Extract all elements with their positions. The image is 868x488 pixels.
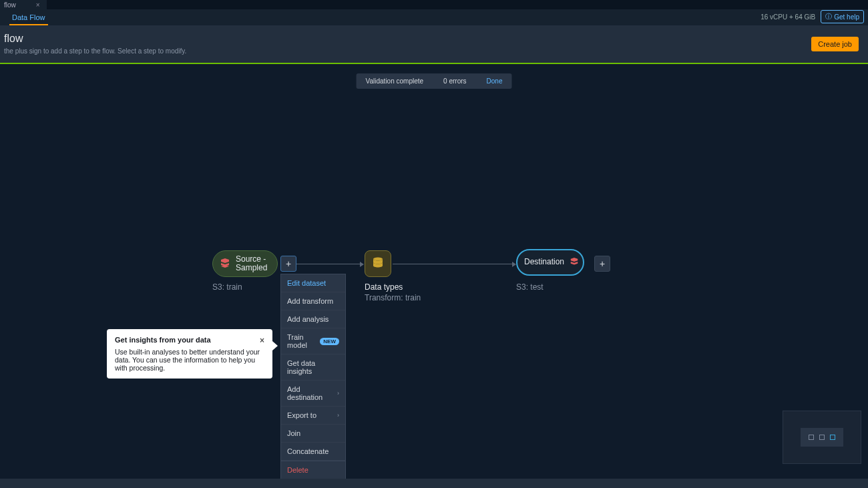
tab-data-flow[interactable]: Data Flow [9,11,48,25]
bottom-bar [0,479,868,488]
context-menu: Edit dataset Add transform Add analysis … [280,274,346,480]
add-step-button-2[interactable]: + [594,256,610,272]
header-left: flow the plus sign to add a step to the … [4,33,186,55]
node-source[interactable]: Source - Sampled [212,250,278,277]
minimap[interactable] [783,411,861,464]
minimap-node [830,435,835,440]
menu-join[interactable]: Join [281,425,345,443]
node-types-sub: Transform: train [365,293,421,302]
minimap-node [809,435,814,440]
tooltip-header: Get insights from your data × [115,336,264,345]
menu-delete[interactable]: Delete [281,461,345,479]
plus-icon: + [600,258,605,269]
chevron-right-icon: › [337,412,339,419]
menu-edit-dataset[interactable]: Edit dataset [281,274,345,292]
tab-label: flow [4,1,16,9]
menu-get-insights[interactable]: Get data insights [281,354,345,381]
node-dest-label: Destination [524,258,564,266]
menu-concatenate[interactable]: Concatenate [281,443,345,461]
menu-add-transform[interactable]: Add transform [281,292,345,310]
menu-add-destination[interactable]: Add destination › [281,381,345,407]
add-step-button-1[interactable]: + [280,256,296,272]
minimap-inner [801,428,843,447]
menu-train-model[interactable]: Train model NEW [281,328,345,354]
node-data-types[interactable] [365,250,391,277]
get-help-button[interactable]: ⓘ Get help [821,10,864,23]
close-icon[interactable]: × [260,336,264,345]
page-title: flow [4,33,186,45]
database-icon [371,256,385,272]
menu-export-label: Export to [287,411,316,419]
menu-train-label: Train model [287,333,320,349]
sub-tabs: Data Flow [0,11,48,25]
menu-export-to[interactable]: Export to › [281,407,345,425]
page-subtitle: the plus sign to add a step to the flow.… [4,47,186,55]
window-tab-bar: flow × [0,0,868,9]
menu-add-analysis[interactable]: Add analysis [281,310,345,328]
chevron-right-icon: › [337,390,339,397]
window-tab[interactable]: flow × [0,0,47,9]
node-destination[interactable]: Destination [516,249,584,276]
menu-dest-label: Add destination [287,385,337,401]
connector-source-types [296,264,363,264]
node-source-sub: S3: train [212,282,242,292]
flow-canvas[interactable]: Source - Sampled S3: train + Data types … [0,63,868,479]
help-icon: ⓘ [825,12,832,21]
tooltip-body: Use built-in analyses to better understa… [115,348,264,372]
connector-types-dest [393,264,515,264]
close-icon[interactable]: × [36,1,40,9]
sub-tab-bar: Data Flow 16 vCPU + 64 GiB ⓘ Get help [0,9,868,26]
svg-point-0 [373,257,383,260]
node-source-label: Source - Sampled [236,255,268,272]
plus-icon: + [286,258,291,269]
header-right: 16 vCPU + 64 GiB ⓘ Get help [761,10,864,25]
source-icon [220,258,230,270]
page-header: flow the plus sign to add a step to the … [0,26,868,64]
new-badge: NEW [320,338,339,345]
minimap-node [819,435,825,440]
insights-tooltip: Get insights from your data × Use built-… [107,329,272,379]
create-job-button[interactable]: Create job [811,37,859,51]
node-dest-sub: S3: test [516,282,544,292]
help-label: Get help [834,13,859,21]
tooltip-title-text: Get insights from your data [115,336,211,345]
node-types-title: Data types [365,282,403,292]
resource-text: 16 vCPU + 64 GiB [761,13,815,21]
destination-icon [570,257,579,268]
